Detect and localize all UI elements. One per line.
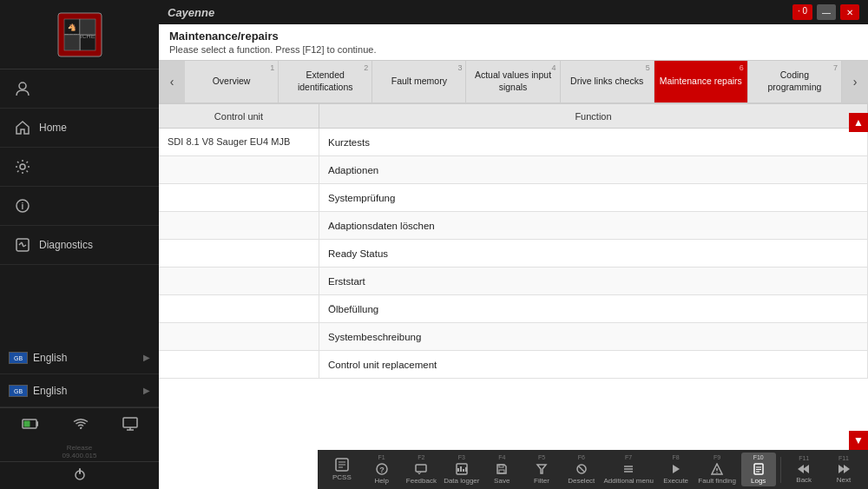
sidebar-nav: Home i Diagnostics <box>0 69 159 265</box>
execute-icon <box>670 463 682 475</box>
next-icon <box>837 464 851 474</box>
gb-flag-2: GB <box>9 385 28 397</box>
svg-marker-55 <box>798 465 804 473</box>
sidebar-item-lang1[interactable]: GB English ▶ <box>0 341 159 374</box>
sidebar-item-diagnostics[interactable]: Diagnostics <box>0 226 159 265</box>
tab-next-button[interactable]: › <box>842 61 868 102</box>
table-cell-right: Adaptionen <box>319 156 868 183</box>
table-cell-left <box>159 212 319 239</box>
lang2-label: English <box>33 385 67 397</box>
next-label: Next <box>837 476 851 484</box>
sidebar-item-settings[interactable] <box>0 148 159 187</box>
header: Maintenance/repairs Please select a func… <box>159 24 868 61</box>
home-label: Home <box>39 122 67 134</box>
table-row[interactable]: Erststart <box>159 268 868 295</box>
table-row[interactable]: Adaptionsdaten löschen <box>159 212 868 240</box>
table-row[interactable]: Systemprüfung <box>159 184 868 212</box>
diagnostics-icon <box>13 235 32 254</box>
table-cell-right: Kurztests <box>319 129 868 155</box>
save-icon <box>496 463 508 475</box>
sidebar-version: Release 09.400.015 <box>0 442 159 461</box>
topbar: Cayenne · 0 — ✕ <box>159 0 868 24</box>
f1-key: F1 <box>378 454 385 460</box>
toolbar-back[interactable]: F11 Back <box>786 455 821 484</box>
tab-fault[interactable]: 3 Fault memory <box>372 61 466 102</box>
sidebar-item-lang2[interactable]: GB English ▶ <box>0 374 159 407</box>
toolbar-save[interactable]: F4 Save <box>484 454 519 485</box>
home-icon <box>13 118 32 137</box>
svg-line-17 <box>22 242 23 247</box>
pcss-label: PCSS <box>332 473 352 481</box>
toolbar-filter[interactable]: F5 Filter <box>524 454 559 485</box>
datalogger-label: Data logger <box>444 477 479 485</box>
info-icon: i <box>13 196 32 215</box>
table-row[interactable]: Control unit replacement <box>159 351 868 379</box>
f3-key: F3 <box>458 454 465 460</box>
minimize-button[interactable]: — <box>817 4 836 20</box>
tab-prev-button[interactable]: ‹ <box>159 61 185 102</box>
table-cell-right: Systembeschreibung <box>319 323 868 350</box>
toolbar-help[interactable]: F1 ? Help <box>365 454 399 485</box>
tab-drive[interactable]: 5 Drive links checks <box>561 61 654 102</box>
tab-actual[interactable]: 4 Actual values input signals <box>466 61 560 102</box>
deselect-label: Deselect <box>568 477 595 485</box>
app-title: Cayenne <box>168 6 214 19</box>
table-row[interactable]: Ready Status <box>159 240 868 268</box>
table-cell-left <box>159 184 319 211</box>
toolbar-execute[interactable]: F8 Execute <box>659 454 694 485</box>
tab-maintenance[interactable]: 6 Maintenance repairs <box>654 61 748 102</box>
feedback-icon <box>415 463 427 475</box>
tab-coding[interactable]: 7 Coding programming <box>748 61 842 102</box>
table-cell-right: Ready Status <box>319 240 868 267</box>
svg-rect-22 <box>123 418 137 427</box>
back-label: Back <box>796 476 812 484</box>
table-cell-left <box>159 295 319 322</box>
svg-rect-20 <box>36 421 38 426</box>
save-label: Save <box>494 477 510 485</box>
col-header-right: Function <box>319 104 868 128</box>
table-cell-right: Systemprüfung <box>319 184 868 211</box>
table-row[interactable]: SDI 8.1 V8 Sauger EU4 MJBKurztests <box>159 129 868 156</box>
table-body: SDI 8.1 V8 Sauger EU4 MJBKurztestsAdapti… <box>159 129 868 379</box>
table-cell-right: Adaptionsdaten löschen <box>319 212 868 239</box>
f4-key: F4 <box>498 454 505 460</box>
svg-line-18 <box>23 245 26 247</box>
table-row[interactable]: Ölbefüllung <box>159 295 868 323</box>
toolbar-logs[interactable]: F10 Logs <box>741 453 776 486</box>
col-header-left: Control unit <box>159 104 319 128</box>
toolbar-deselect[interactable]: F6 Deselect <box>564 454 599 485</box>
toolbar-pcss[interactable]: PCSS <box>325 458 359 481</box>
f7-key: F7 <box>625 454 632 460</box>
lang2-arrow: ▶ <box>143 386 150 395</box>
topbar-controls: · 0 — ✕ <box>792 4 859 20</box>
gb-flag-1: GB <box>9 352 28 364</box>
addmenu-label: Additional menu <box>603 477 653 485</box>
header-title: Maintenance/repairs <box>169 30 858 43</box>
datalogger-icon <box>456 463 468 475</box>
tab-overview[interactable]: 1 Overview <box>185 61 279 102</box>
diagnostics-label: Diagnostics <box>39 239 93 251</box>
svg-point-50 <box>716 472 717 472</box>
power-icon[interactable] <box>72 466 88 485</box>
f12-key: F11 <box>838 455 849 461</box>
toolbar-feedback[interactable]: F2 Feedback <box>404 454 438 485</box>
sidebar-item-home[interactable]: Home <box>0 109 159 148</box>
table-row[interactable]: Systembeschreibung <box>159 323 868 351</box>
feedback-label: Feedback <box>406 477 437 485</box>
toolbar-next[interactable]: F11 Next <box>826 455 861 484</box>
toolbar-addmenu[interactable]: F7 Additional menu <box>603 454 653 485</box>
scroll-down-button[interactable]: ▼ <box>849 431 868 450</box>
toolbar-datalogger[interactable]: F3 Data logger <box>444 454 479 485</box>
sidebar-item-info[interactable]: i <box>0 187 159 226</box>
table-row[interactable]: Adaptionen <box>159 156 868 184</box>
faultfinding-label: Fault finding <box>698 477 736 485</box>
svg-line-43 <box>579 466 584 472</box>
close-button[interactable]: ✕ <box>840 4 859 20</box>
tab-extended[interactable]: 2 Extended identifications <box>279 61 372 102</box>
svg-rect-9 <box>64 35 80 50</box>
sidebar-item-user[interactable] <box>0 69 159 109</box>
scroll-up-button[interactable]: ▲ <box>849 113 868 132</box>
svg-rect-33 <box>416 465 426 472</box>
f11-key: F11 <box>799 455 809 461</box>
toolbar-faultfinding[interactable]: F9 Fault finding <box>698 454 736 485</box>
